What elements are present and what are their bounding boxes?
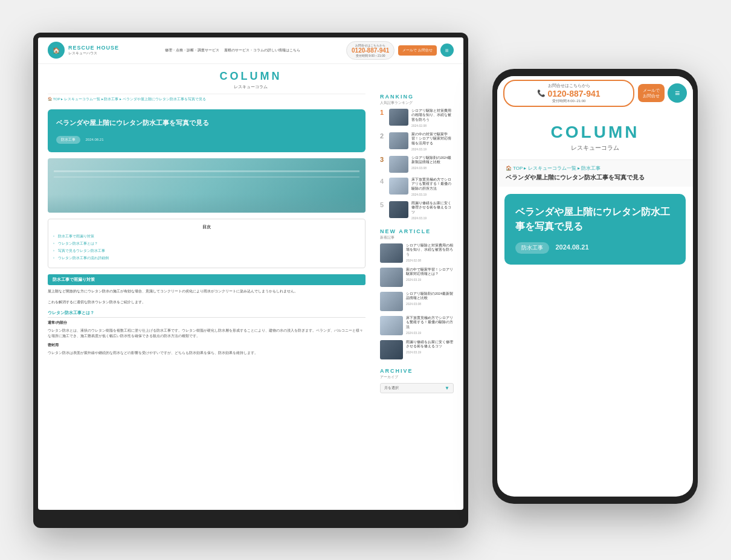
mobile-email-button[interactable]: メールで お問合せ	[638, 84, 665, 102]
new-info-1: シロアリ駆除と対策費用の相場を知り、水続な被害を防ろう 2024.02.08	[406, 243, 454, 262]
ranking-item-2[interactable]: 2 家の中の対策で駆家学習！シロアリ駆家対応情報を活用する 2024.03.19	[380, 132, 454, 151]
rank-number-5: 5	[380, 201, 386, 208]
chevron-down-icon: ▼	[445, 385, 449, 391]
ranking-item-3[interactable]: 3 シロアリ駆除剤の2024最新製品情報と比較 2024.03.08	[380, 156, 454, 173]
article-date: 2024.08.21	[85, 138, 103, 141]
archive-title: ARCHIVE	[380, 368, 454, 374]
mobile-frame: お問合せはこちらから 📞 0120-887-941 受付時間 8:00~21:0…	[492, 69, 698, 504]
archive-subtitle: アーカイブ	[380, 375, 454, 379]
rank-thumb-2	[389, 132, 408, 149]
mobile-breadcrumb: 🏠 TOP ▸ レスキューコラム一覧 ▸ 防水工事 ベランダや屋上階にウレタン防…	[497, 159, 693, 187]
table-of-contents: 目次 防水工事で雨漏り対策 ウレタン防水工事とは？ 写真で見るウレタン防水工事 …	[48, 219, 366, 268]
ranking-item-4[interactable]: 4 床下放置見極め方でシロアリも繁殖する！最優の駆除の肝所方法 2024.03.…	[380, 178, 454, 196]
rank-info-5: 雨漏り修繕をお家に安く修理させる術を修えるコツ 2024.03.19	[411, 201, 454, 220]
new-item-2[interactable]: 家の中で駆家学習！シロアリ駆家対応情報とは？ 2024.03.19	[380, 268, 454, 287]
header-right: お問合せはこちらから 0120-887-941 受付時間 9:00～21:00 …	[346, 41, 454, 60]
breadcrumb: 🏠 TOP ▸ レスキューコラム一覧 ▸ 防水工事 ▸ ベランダや屋上階にウレタ…	[48, 94, 366, 105]
mobile-mockup: お問合せはこちらから 📞 0120-887-941 受付時間 8:00~21:0…	[492, 69, 698, 504]
section2-heading: ウレタン防水工事とは？	[48, 310, 366, 318]
rank-thumb-4	[389, 178, 408, 195]
ranking-subtitle: 人気記事ランキング	[380, 101, 454, 105]
rank-text-4: 床下放置見極め方でシロアリも繁殖する！最優の駆除の肝所方法	[411, 178, 454, 191]
desktop-screen: 🏠 RESCUE HOUSE レスキューハウス 修理・点検・診断・調査サービス …	[38, 37, 463, 510]
rank-text-5: 雨漏り修繕をお家に安く修理させる術を修えるコツ	[411, 201, 454, 215]
image-decoration	[48, 158, 366, 213]
new-text-4: 床下放置見極め方でシロアリも繁殖する！最優の駆除の方法	[406, 316, 454, 330]
new-info-2: 家の中で駆家学習！シロアリ駆家対応情報とは？ 2024.03.19	[406, 268, 454, 282]
toc-item-3[interactable]: 写真で見るウレタン防水工事	[53, 248, 360, 254]
nav-item-1[interactable]: 修理・点検・診断・調査サービス	[165, 48, 219, 53]
logo-sub: レスキューハウス	[68, 51, 119, 56]
ranking-item-1[interactable]: 1 シロアリ駆除と対策費用の相場を知り、水続な被害を防ろう 2024.02.08	[380, 109, 454, 127]
logo-icon: 🏠	[48, 42, 65, 59]
section1-body2: これを解消するに適切な防水ウレタン防水をご紹介します。	[48, 300, 366, 306]
scene: 🏠 RESCUE HOUSE レスキューハウス 修理・点検・診断・調査サービス …	[33, 33, 698, 528]
mobile-column-title-area: COLUMN レスキューコラム	[497, 111, 693, 159]
logo-name: RESCUE HOUSE	[68, 45, 119, 51]
new-date-1: 2024.02.08	[406, 259, 454, 262]
new-item-5[interactable]: 雨漏り修繕をお家に安く修理させる術を修えるコツ 2024.03.19	[380, 340, 454, 359]
mobile-column-title: COLUMN	[497, 123, 693, 142]
rank-number-2: 2	[380, 132, 386, 140]
mobile-menu-button[interactable]: ≡	[668, 83, 687, 103]
rank-text-2: 家の中の対策で駆家学習！シロアリ駆家対応情報を活用する	[411, 132, 454, 146]
article-column: 🏠 TOP ▸ レスキューコラム一覧 ▸ 防水工事 ▸ ベランダや屋上階にウレタ…	[48, 94, 375, 402]
new-info-4: 床下放置見極め方でシロアリも繁殖する！最優の駆除の方法 2024.03.19	[406, 316, 454, 335]
new-text-3: シロアリ駆除剤の2024最新製品情報と比較	[406, 292, 454, 301]
phone-badge: お問合せはこちらから 0120-887-941 受付時間 9:00～21:00	[346, 41, 394, 60]
new-date-4: 2024.03.19	[406, 331, 454, 335]
mobile-phone-label: お問合せはこちらから	[548, 83, 590, 89]
new-info-5: 雨漏り修繕をお家に安く修理させる術を修えるコツ 2024.03.19	[406, 340, 454, 354]
rank-info-3: シロアリ駆除剤の2024最新製品情報と比較 2024.03.08	[411, 156, 454, 170]
desktop-nav: 修理・点検・診断・調査サービス 屋根のサービス・コラムの詳しい情報はこちら	[165, 48, 300, 53]
rank-date-5: 2024.03.19	[411, 216, 454, 220]
rank-info-4: 床下放置見極め方でシロアリも繁殖する！最優の駆除の肝所方法 2024.03.19	[411, 178, 454, 196]
article-hero-title: ベランダや屋上階にウレタン防水工事を写真で見る	[56, 118, 357, 128]
section2-sub2: 密封用	[48, 343, 366, 348]
mobile-phone-number: 📞 0120-887-941	[537, 89, 600, 98]
rank-number-1: 1	[380, 109, 386, 116]
new-thumb-3	[380, 292, 403, 311]
column-title: COLUMN	[38, 70, 463, 83]
desktop-mockup: 🏠 RESCUE HOUSE レスキューハウス 修理・点検・診断・調査サービス …	[33, 33, 468, 528]
desktop-frame: 🏠 RESCUE HOUSE レスキューハウス 修理・点検・診断・調査サービス …	[33, 33, 468, 528]
new-item-3[interactable]: シロアリ駆除剤の2024最新製品情報と比較 2024.03.08	[380, 292, 454, 311]
new-item-1[interactable]: シロアリ駆除と対策費用の相場を知り、水続な被害を防ろう 2024.02.08	[380, 243, 454, 263]
rank-date-3: 2024.03.08	[411, 166, 454, 170]
ranking-section: RANKING 人気記事ランキング 1 シロアリ駆除と対策費用の相場を知り、水続…	[380, 94, 454, 220]
toc-item-1[interactable]: 防水工事で雨漏り対策	[53, 234, 360, 239]
column-subtitle: レスキューコラム	[38, 84, 463, 90]
nav-item-2[interactable]: 屋根のサービス・コラムの詳しい情報はこちら	[224, 48, 300, 53]
email-button[interactable]: メールで お問合せ	[398, 45, 437, 56]
new-text-1: シロアリ駆除と対策費用の相場を知り、水続な被害を防ろう	[406, 243, 454, 257]
toc-item-4[interactable]: ウレタン防水工事の流れ詳細例	[53, 256, 360, 261]
rank-date-4: 2024.03.19	[411, 193, 454, 196]
mobile-hero-tag[interactable]: 防水工事	[515, 242, 549, 254]
rank-thumb-3	[389, 156, 408, 173]
new-subtitle: 新着記事	[380, 236, 454, 240]
email-line1: メールで	[643, 88, 660, 93]
rank-text-3: シロアリ駆除剤の2024最新製品情報と比較	[411, 156, 454, 165]
mobile-phone-badge: お問合せはこちらから 📞 0120-887-941 受付時間 8:00~21:0…	[503, 80, 634, 107]
menu-button[interactable]: ≡	[440, 43, 454, 57]
new-info-3: シロアリ駆除剤の2024最新製品情報と比較 2024.03.08	[406, 292, 454, 306]
article-tag[interactable]: 防水工事	[56, 136, 80, 144]
new-date-5: 2024.03.19	[406, 350, 454, 354]
new-item-4[interactable]: 床下放置見極め方でシロアリも繁殖する！最優の駆除の方法 2024.03.19	[380, 316, 454, 335]
new-thumb-4	[380, 316, 403, 335]
mobile-header: お問合せはこちらから 📞 0120-887-941 受付時間 8:00~21:0…	[497, 76, 693, 111]
rank-info-2: 家の中の対策で駆家学習！シロアリ駆家対応情報を活用する 2024.03.19	[411, 132, 454, 151]
toc-item-2[interactable]: ウレタン防水工事とは？	[53, 241, 360, 246]
rank-number-4: 4	[380, 178, 386, 185]
ranking-item-5[interactable]: 5 雨漏り修繕をお家に安く修理させる術を修えるコツ 2024.03.19	[380, 201, 454, 220]
phone-icon: 📞	[537, 89, 546, 97]
section1-heading: 防水工事で雨漏り対策	[48, 274, 366, 285]
phone-number: 0120-887-941	[352, 47, 389, 54]
rank-thumb-1	[389, 109, 408, 126]
new-text-5: 雨漏り修繕をお家に安く修理させる術を修えるコツ	[406, 340, 454, 349]
rank-text-1: シロアリ駆除と対策費用の相場を知り、水続な被害を防ろう	[411, 109, 454, 123]
mobile-bc-text: TOP ▸ レスキューコラム一覧 ▸ 防水工事	[513, 166, 601, 171]
archive-select[interactable]: 月を選択 ▼	[380, 383, 454, 393]
site-header: 🏠 RESCUE HOUSE レスキューハウス 修理・点検・診断・調査サービス …	[38, 37, 463, 64]
rank-info-1: シロアリ駆除と対策費用の相場を知り、水続な被害を防ろう 2024.02.08	[411, 109, 454, 127]
